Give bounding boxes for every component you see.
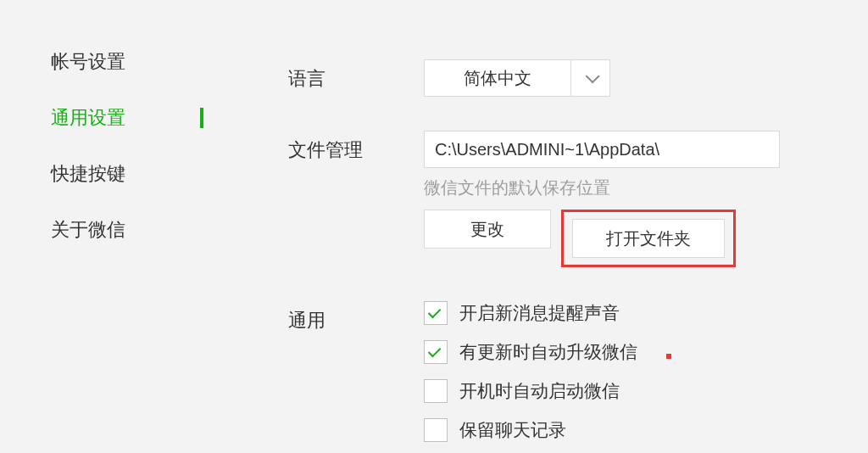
checkbox-new-message-sound[interactable]	[424, 301, 448, 325]
check-icon	[428, 344, 442, 358]
option-label: 开机时自动启动微信	[459, 379, 620, 403]
general-options-list: 开启新消息提醒声音 有更新时自动升级微信 开机时自动启动微信	[424, 301, 834, 442]
settings-panel: 帐号设置 通用设置 快捷按键 关于微信 语言 简体中文 文件管理 微信文件的默认…	[0, 0, 868, 453]
language-select[interactable]: 简体中文	[424, 59, 610, 97]
checkbox-auto-start[interactable]	[424, 379, 448, 403]
label-file-management: 文件管理	[288, 131, 424, 163]
option-auto-start: 开机时自动启动微信	[424, 379, 834, 403]
option-label: 开启新消息提醒声音	[459, 301, 620, 325]
row-file-management: 文件管理 微信文件的默认保存位置 更改 打开文件夹	[288, 131, 834, 267]
sidebar-item-about[interactable]: 关于微信	[51, 202, 195, 258]
sidebar-item-shortcuts[interactable]: 快捷按键	[51, 146, 195, 202]
option-keep-history: 保留聊天记录	[424, 418, 834, 442]
option-label: 保留聊天记录	[459, 418, 566, 442]
language-value: 简体中文	[425, 60, 570, 96]
red-dot-marker	[666, 354, 671, 359]
sidebar-item-account[interactable]: 帐号设置	[51, 34, 195, 90]
file-path-input[interactable]	[424, 131, 780, 168]
checkbox-keep-history[interactable]	[424, 418, 448, 442]
option-label: 有更新时自动升级微信	[459, 340, 637, 364]
row-language: 语言 简体中文	[288, 59, 834, 97]
sidebar: 帐号设置 通用设置 快捷按键 关于微信	[51, 34, 195, 453]
language-dropdown-arrow[interactable]	[570, 60, 609, 96]
label-language: 语言	[288, 59, 424, 92]
change-path-button[interactable]: 更改	[424, 210, 551, 249]
chevron-down-icon	[585, 69, 599, 83]
option-auto-update: 有更新时自动升级微信	[424, 340, 834, 364]
open-folder-button[interactable]: 打开文件夹	[572, 219, 725, 258]
row-general: 通用 开启新消息提醒声音 有更新时自动升级微信	[288, 301, 834, 442]
label-general: 通用	[288, 301, 424, 333]
file-path-hint: 微信文件的默认保存位置	[424, 176, 834, 199]
sidebar-item-general[interactable]: 通用设置	[51, 90, 195, 146]
highlight-annotation: 打开文件夹	[561, 210, 736, 267]
checkbox-auto-update[interactable]	[424, 340, 448, 364]
check-icon	[428, 305, 442, 319]
option-new-message-sound: 开启新消息提醒声音	[424, 301, 834, 325]
settings-content: 语言 简体中文 文件管理 微信文件的默认保存位置 更改 打开文件夹	[195, 34, 834, 453]
